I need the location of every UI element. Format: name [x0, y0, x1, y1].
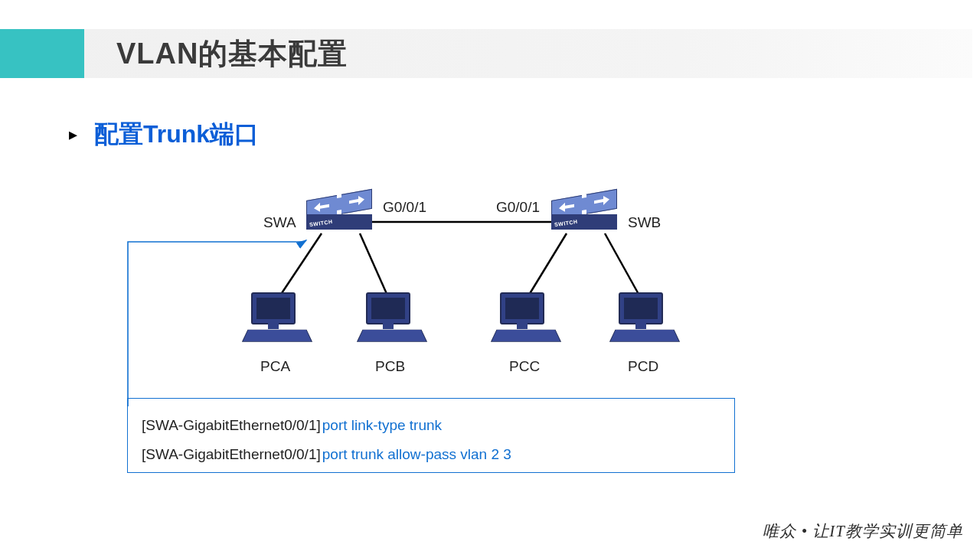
network-diagram: SWITCH SWITCH SWA SWB G0/0/1 G0/0/1 PCA …	[230, 184, 720, 398]
bullet-icon: ▸	[69, 125, 77, 145]
cmd-1: port link-type trunk	[322, 411, 442, 440]
config-line-2: [SWA-GigabitEthernet0/0/1] port trunk al…	[142, 440, 720, 469]
header-accent	[0, 29, 84, 78]
pc-pcb	[360, 292, 424, 350]
cmd-2: port trunk allow-pass vlan 2 3	[322, 440, 511, 469]
label-pcc: PCC	[509, 358, 540, 375]
subtitle-row: ▸ 配置Trunk端口	[69, 118, 259, 152]
config-line-1: [SWA-GigabitEthernet0/0/1] port link-typ…	[142, 411, 720, 440]
switch-swa: SWITCH	[306, 201, 372, 239]
pc-pcd	[612, 292, 677, 350]
slide-header: VLAN的基本配置	[0, 29, 972, 78]
subtitle-text: 配置Trunk端口	[94, 118, 259, 152]
label-port-right: G0/0/1	[496, 199, 540, 216]
label-swb: SWB	[628, 214, 661, 231]
pc-pca	[245, 292, 309, 350]
switch-swb: SWITCH	[551, 201, 617, 239]
prompt-2: [SWA-GigabitEthernet0/0/1]	[142, 440, 321, 469]
label-swa: SWA	[263, 214, 296, 231]
label-pca: PCA	[260, 358, 290, 375]
config-box: [SWA-GigabitEthernet0/0/1] port link-typ…	[127, 398, 735, 473]
slide-title: VLAN的基本配置	[116, 34, 348, 73]
label-pcd: PCD	[628, 358, 658, 375]
footer-slogan: 唯众 • 让IT教学实训更简单	[763, 520, 963, 542]
prompt-1: [SWA-GigabitEthernet0/0/1]	[142, 411, 321, 440]
label-port-left: G0/0/1	[383, 199, 426, 216]
pc-pcc	[494, 292, 558, 350]
label-pcb: PCB	[375, 358, 405, 375]
